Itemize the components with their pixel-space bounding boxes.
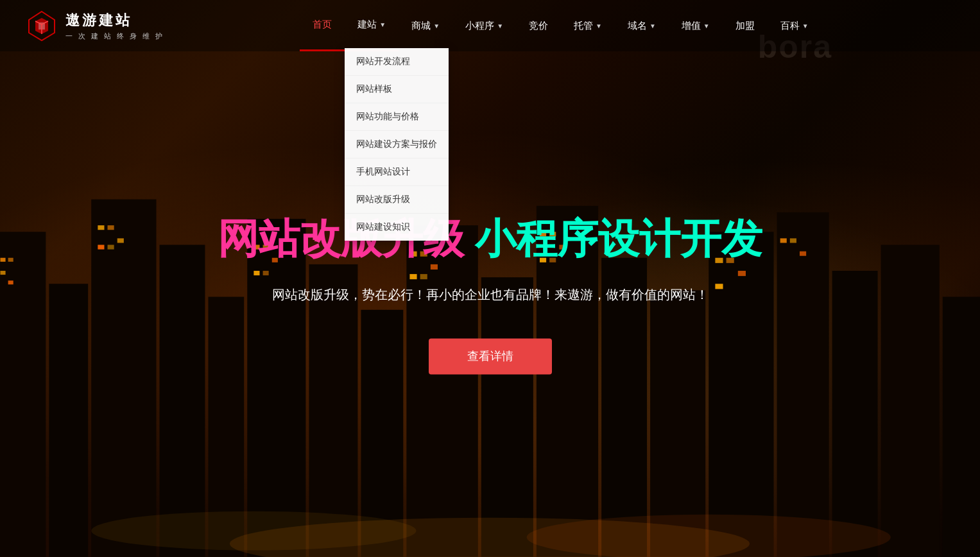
svg-rect-22 xyxy=(98,226,104,230)
svg-rect-20 xyxy=(0,271,5,275)
svg-rect-3 xyxy=(160,245,205,557)
dropdown-item-4[interactable]: 手机网站设计 xyxy=(345,159,449,186)
svg-rect-47 xyxy=(790,239,796,243)
hero-subtitle: 网站改版升级，势在必行！再小的企业也有品牌！来遨游，做有价值的网站！ xyxy=(202,283,779,306)
logo-subtitle: 一 次 建 站 终 身 维 护 xyxy=(65,31,164,41)
nav-links: 首页 建站 ▼ 网站开发流程 网站样板 网站功能与价格 网站建设方案与报价 手机… xyxy=(167,0,954,51)
nav-item-jiameng[interactable]: 加盟 xyxy=(723,0,768,51)
yuming-arrow: ▼ xyxy=(649,22,656,30)
svg-rect-26 xyxy=(108,245,114,250)
svg-rect-18 xyxy=(0,258,5,262)
svg-rect-48 xyxy=(800,252,806,256)
baike-arrow: ▼ xyxy=(802,22,809,30)
hero-cta-button[interactable]: 查看详情 xyxy=(429,338,552,374)
nav-item-jianzhan[interactable]: 建站 ▼ 网站开发流程 网站样板 网站功能与价格 网站建设方案与报价 手机网站设… xyxy=(345,0,399,51)
jianzhan-dropdown: 网站开发流程 网站样板 网站功能与价格 网站建设方案与报价 手机网站设计 网站改… xyxy=(345,48,449,241)
xiaochengxu-arrow: ▼ xyxy=(497,22,503,30)
logo-icon xyxy=(26,8,58,44)
dropdown-item-2[interactable]: 网站功能与价格 xyxy=(345,103,449,131)
svg-point-50 xyxy=(91,511,416,551)
hero-content: 网站改版升级 小程序设计开发 网站改版升级，势在必行！再小的企业也有品牌！来遨游… xyxy=(202,214,779,374)
zengjia-arrow: ▼ xyxy=(703,22,710,30)
tuoguan-arrow: ▼ xyxy=(596,22,602,30)
dropdown-item-6[interactable]: 网站建设知识 xyxy=(345,214,449,241)
hero-title: 网站改版升级 小程序设计开发 xyxy=(202,214,779,264)
dropdown-item-3[interactable]: 网站建设方案与报价 xyxy=(345,131,449,159)
svg-rect-21 xyxy=(8,281,13,285)
svg-rect-0 xyxy=(0,232,46,557)
navbar: 遨游建站 一 次 建 站 终 身 维 护 首页 建站 ▼ 网站开发流程 网站样板… xyxy=(0,0,980,51)
dropdown-item-1[interactable]: 网站样板 xyxy=(345,76,449,103)
logo-text-area: 遨游建站 一 次 建 站 终 身 维 护 xyxy=(65,11,164,41)
svg-rect-15 xyxy=(832,271,878,557)
nav-item-xiaochengxu[interactable]: 小程序 ▼ xyxy=(452,0,516,51)
nav-item-zengjia[interactable]: 增值 ▼ xyxy=(669,0,723,51)
jianzhan-arrow: ▼ xyxy=(379,21,386,28)
dropdown-item-0[interactable]: 网站开发流程 xyxy=(345,48,449,76)
svg-rect-19 xyxy=(8,258,13,262)
svg-rect-14 xyxy=(777,212,829,557)
dropdown-item-5[interactable]: 网站改版升级 xyxy=(345,186,449,214)
shangcheng-arrow: ▼ xyxy=(433,22,440,30)
svg-rect-46 xyxy=(780,239,787,243)
svg-rect-25 xyxy=(98,245,104,250)
logo-title: 遨游建站 xyxy=(65,11,164,30)
nav-item-home[interactable]: 首页 xyxy=(300,0,345,51)
svg-rect-24 xyxy=(117,239,124,243)
svg-rect-17 xyxy=(943,297,980,557)
svg-rect-23 xyxy=(108,226,114,230)
hero-title-part2: 小程序设计开发 xyxy=(475,216,762,262)
logo-area: 遨游建站 一 次 建 站 终 身 维 护 xyxy=(26,8,167,44)
nav-item-yuming[interactable]: 域名 ▼ xyxy=(615,0,669,51)
nav-item-tuoguan[interactable]: 托管 ▼ xyxy=(561,0,615,51)
svg-rect-2 xyxy=(91,200,156,557)
nav-item-shangcheng[interactable]: 商城 ▼ xyxy=(399,0,452,51)
svg-rect-1 xyxy=(49,284,88,557)
svg-rect-16 xyxy=(881,245,940,557)
nav-item-baike[interactable]: 百科 ▼ xyxy=(768,0,821,51)
nav-item-jingai[interactable]: 竞价 xyxy=(516,0,561,51)
